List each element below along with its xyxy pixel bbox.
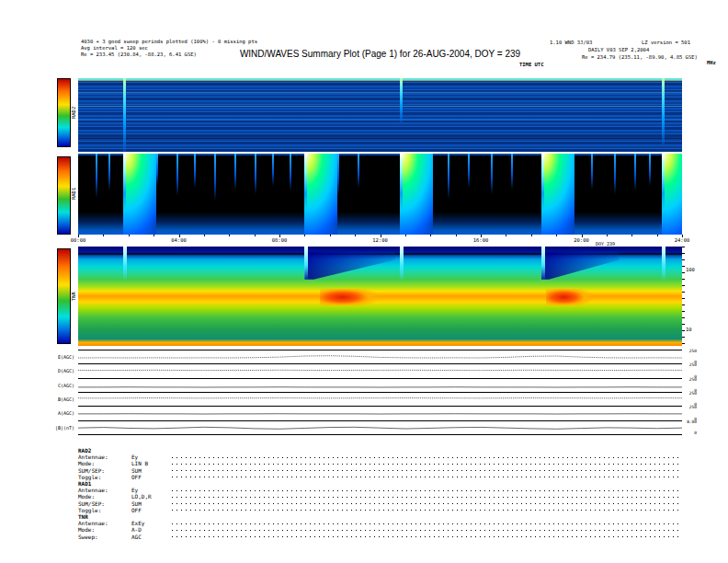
rad1-spike — [272, 154, 274, 186]
strip-right-max: 8.00 — [687, 419, 697, 424]
time-minor-tick — [631, 235, 632, 236]
time-minor-tick — [229, 235, 230, 236]
footer-dotted-leader — [172, 526, 680, 532]
rad1-spike — [234, 154, 236, 190]
doy-axis-label: DOY 239 — [596, 241, 615, 247]
footer-config-key: SUM/SEP: — [78, 500, 131, 507]
footer-config-value: ExEy — [131, 520, 172, 526]
time-tick-label: 04:00 — [171, 237, 187, 243]
sweep-stats-text: 4030 + 3 good sweep periods plotted (100… — [81, 39, 257, 45]
wind-waves-summary-plot: 4030 + 3 good sweep periods plotted (100… — [0, 0, 728, 563]
rad1-spike — [96, 154, 97, 198]
receiver-config-footer: RAD2Antennae:EyMode:LIN BSUM/SEP:SUMTogg… — [78, 447, 680, 540]
strip-trace — [78, 393, 682, 406]
strip-right-max: 250 — [689, 362, 697, 367]
rad1-spike — [255, 154, 256, 194]
rad1-spike — [176, 154, 178, 196]
rad2-colorbar — [57, 78, 71, 147]
time-tick-label: 12:00 — [372, 237, 388, 243]
rad1-spike — [591, 154, 593, 190]
footer-dotted-leader — [172, 534, 680, 539]
rad1-burst-core — [123, 154, 126, 211]
footer-config-key: SUM/SEP: — [78, 467, 131, 474]
rad1-type3-burst — [123, 154, 156, 235]
rad1-spike — [468, 154, 470, 188]
time-minor-tick — [330, 235, 331, 236]
strip-right-max: 250 — [689, 405, 697, 409]
time-minor-tick — [430, 235, 431, 236]
time-tick-label: 16:00 — [473, 237, 489, 243]
rad1-spike — [491, 154, 493, 194]
footer-config-value: Ey — [131, 454, 172, 460]
strip-row: D(AGC)2500 — [78, 363, 682, 377]
time-minor-tick — [531, 235, 532, 236]
strip-right-max: 250 — [689, 391, 697, 396]
strip-chart-stack: E(AGC)2500D(AGC)2500C(AGC)2500B(AGC)2500… — [78, 350, 682, 435]
time-minor-tick — [556, 235, 557, 236]
rad1-spike — [511, 154, 513, 190]
rad2-burst-streak — [123, 78, 126, 152]
time-minor-tick — [607, 235, 608, 236]
footer-dotted-leader — [172, 460, 680, 465]
strip-trace — [78, 364, 682, 377]
tnr-intense-emission-patch — [320, 289, 391, 304]
strip-row: A(AGC)2500 — [78, 406, 682, 419]
footer-dotted-leader — [172, 500, 680, 506]
rad1-spike — [634, 154, 636, 190]
rad1-spike — [194, 154, 196, 188]
tnr-colorbar — [57, 248, 71, 344]
footer-config-value: AGC — [131, 534, 172, 540]
time-minor-tick — [103, 235, 104, 236]
footer-config-row: Mode:LIN B — [78, 460, 680, 466]
tnr-burst-funnel — [304, 251, 395, 279]
rad1-spike — [448, 154, 449, 199]
time-minor-tick — [355, 235, 356, 236]
footer-config-row: Antennae:Ey — [78, 454, 680, 460]
rad1-spectrogram — [78, 154, 682, 235]
footer-dotted-leader — [172, 487, 680, 492]
strip-label: B(AGC) — [17, 396, 74, 402]
footer-dotted-leader — [172, 493, 680, 499]
spacecraft-position-end: Re = 234.79 (235.11, -89.90, 4.85 GSE) — [582, 54, 698, 61]
rad1-burst-core — [304, 154, 307, 211]
footer-config-row: Mode:A-D — [78, 526, 680, 533]
footer-config-row: Toggle:OFF — [78, 474, 680, 480]
time-minor-tick — [255, 235, 256, 236]
strip-right-min: 0 — [694, 431, 697, 435]
rad1-panel-label: RAD1 — [71, 173, 76, 214]
strip-trace — [78, 421, 682, 434]
strip-trace — [78, 379, 682, 392]
strip-label: |B|(nT) — [17, 425, 74, 431]
footer-section-title: TNR — [78, 513, 680, 520]
footer-config-row: Sweep:AGC — [78, 534, 680, 540]
footer-config-key: Mode: — [78, 526, 131, 533]
tnr-frequency-axis-ticks — [682, 247, 685, 346]
rad1-type3-burst — [662, 154, 682, 235]
strip-label: A(AGC) — [17, 410, 74, 416]
tnr-burst-streak — [123, 247, 127, 281]
footer-config-row: Antennae:Ey — [78, 487, 680, 493]
time-minor-tick — [456, 235, 457, 236]
footer-config-key: Toggle: — [78, 474, 131, 480]
time-tick-label: 00:00 — [71, 237, 86, 243]
rad2-burst-streak — [662, 78, 665, 144]
tnr-burst-streak — [400, 247, 404, 281]
rad1-spike — [290, 154, 291, 190]
tnr-panel-label: TNR — [71, 278, 76, 315]
rad1-burst-core — [400, 154, 403, 211]
strip-row: |B|(nT)8.000 — [78, 420, 682, 434]
rad1-spike — [108, 154, 110, 190]
lz-version-text: LZ version = 501 — [642, 40, 690, 46]
footer-config-key: Mode: — [78, 460, 131, 466]
tnr-burst-funnel — [541, 251, 620, 279]
rad2-spectrogram — [78, 78, 682, 152]
time-tick-label: 08:00 — [272, 237, 288, 243]
tnr-burst-streak — [541, 247, 545, 281]
strip-label: E(AGC) — [17, 354, 74, 360]
strip-row: B(AGC)2500 — [78, 392, 682, 406]
rad1-spike — [649, 154, 651, 186]
time-minor-tick — [154, 235, 154, 236]
tnr-freq-tick-10: 10 — [686, 327, 692, 332]
footer-config-key: Antennae: — [78, 487, 131, 493]
rad1-spike — [358, 154, 359, 188]
